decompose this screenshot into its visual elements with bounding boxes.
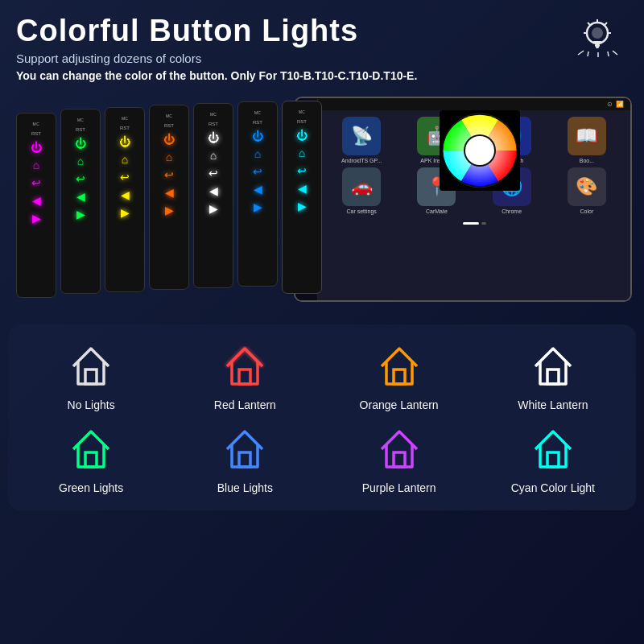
svg-line-4 [588, 23, 590, 25]
svg-point-8 [592, 27, 603, 39]
app-book-icon: 📖 [568, 117, 606, 155]
device-label: MC [33, 122, 40, 126]
app-color[interactable]: 🎨 Color [551, 167, 622, 214]
svg-rect-22 [239, 369, 250, 384]
light-item-blue[interactable]: Blue Lights [174, 423, 316, 494]
light-item-cyan[interactable]: Cyan Color Light [482, 423, 624, 494]
home-icon: ⌂ [33, 159, 39, 171]
svg-line-13 [613, 51, 617, 55]
signal-icon: 📶 [616, 101, 624, 108]
app-chrome-label: Chrome [502, 208, 522, 214]
status-bar: ⊙ 📶 [318, 98, 630, 110]
lights-section: No Lights Red Lantern Orang [8, 324, 636, 510]
white-house-icon [527, 341, 579, 392]
app-car-settings[interactable]: 🚗 Car settings [326, 167, 397, 214]
right-icon: ▶ [32, 212, 41, 225]
red-label: Red Lantern [214, 398, 276, 411]
no-lights-house-icon [65, 341, 117, 392]
green-label: Green Lights [59, 481, 123, 494]
device-panel-4: MC RST ⏻ ⌂ ↩ ◀ ▶ [149, 105, 189, 290]
header-note: You can change the color of the button. … [16, 69, 628, 82]
back-icon: ↩ [31, 176, 41, 189]
svg-rect-25 [85, 452, 97, 467]
app-color-icon: 🎨 [568, 167, 606, 206]
app-androidts[interactable]: 📡 AndroidTS GP... [326, 117, 397, 163]
svg-rect-28 [547, 452, 559, 467]
no-lights-label: No Lights [68, 398, 115, 411]
device-panel-5: MC RST ⏻ ⌂ ↩ ◀ ▶ [193, 103, 233, 288]
light-item-purple[interactable]: Purple Lantern [328, 423, 470, 494]
device-panel-2: MC RST ⏻ ⌂ ↩ ◀ ▶ [60, 109, 101, 294]
header-subtitle: Support adjusting dozens of colors [16, 52, 628, 65]
page-dot [481, 222, 486, 225]
app-car-label: Car settings [346, 208, 376, 214]
svg-rect-7 [596, 47, 599, 48]
orange-label: Orange Lantern [360, 398, 439, 411]
app-book[interactable]: 📖 Boo... [551, 117, 622, 163]
app-color-label: Color [580, 208, 594, 214]
blue-label: Blue Lights [217, 481, 273, 494]
device-panel-1: MC RST ⏻ ⌂ ↩ ◀ ▶ [16, 113, 56, 298]
red-house-icon [219, 341, 270, 392]
light-item-green[interactable]: Green Lights [20, 423, 162, 494]
purple-label: Purple Lantern [362, 481, 436, 494]
svg-line-12 [608, 52, 609, 56]
page-indicators [318, 221, 630, 226]
svg-rect-21 [85, 369, 97, 384]
svg-point-20 [465, 136, 494, 165]
purple-house-icon [374, 423, 425, 475]
white-label: White Lantern [518, 398, 588, 411]
light-item-orange[interactable]: Orange Lantern [328, 341, 470, 411]
light-item-white[interactable]: White Lantern [482, 341, 624, 411]
svg-line-5 [605, 23, 607, 25]
page: Colorful Button Lights Support adjusting… [0, 0, 644, 644]
cyan-label: Cyan Color Light [511, 481, 595, 494]
color-wheel-svg [441, 112, 518, 189]
location-icon: ⊙ [607, 101, 613, 108]
app-carmate-label: CarMate [426, 208, 448, 214]
svg-rect-26 [239, 452, 250, 467]
page-dot-active [463, 222, 479, 225]
svg-rect-27 [394, 452, 405, 467]
app-androidts-icon: 📡 [342, 117, 381, 155]
svg-rect-23 [394, 369, 405, 384]
header: Colorful Button Lights Support adjusting… [0, 0, 644, 89]
app-book-label: Boo... [580, 158, 594, 163]
lights-grid: No Lights Red Lantern Orang [20, 341, 624, 494]
device-label: RST [31, 131, 41, 136]
main-screen: ◁ ○ □ ⋮ ⊙ 📶 📡 And [294, 97, 632, 302]
device-panel-7: MC RST ⏻ ⌂ ↩ ◀ ▶ [282, 101, 322, 294]
svg-rect-24 [547, 369, 559, 384]
cyan-house-icon [527, 423, 579, 475]
device-area: MC RST ⏻ ⌂ ↩ ◀ ▶ MC RST ⏻ ⌂ ↩ ◀ ▶ [8, 93, 636, 318]
device-panel-6: MC RST ⏻ ⌂ ↩ ◀ ▶ [237, 101, 278, 287]
app-apk[interactable]: 🤖 APK Install... [401, 117, 472, 163]
screen-content: ⊙ 📶 📡 AndroidTS GP... 🤖 APK Install... [318, 98, 630, 300]
light-item-red[interactable]: Red Lantern [174, 341, 316, 411]
blue-house-icon [219, 423, 270, 475]
app-grid: 📡 AndroidTS GP... 🤖 APK Install... [318, 110, 630, 221]
svg-line-10 [588, 52, 588, 56]
device-panel-3: MC RST ⏻ ⌂ ↩ ◀ ▶ [105, 107, 145, 292]
svg-line-9 [578, 51, 584, 55]
svg-rect-6 [595, 44, 600, 47]
color-wheel-popup[interactable] [440, 110, 520, 191]
green-house-icon [65, 423, 117, 475]
light-item-no-lights[interactable]: No Lights [20, 341, 162, 411]
power-icon: ⏻ [31, 141, 42, 154]
left-icon: ◀ [32, 194, 41, 207]
app-androidts-label: AndroidTS GP... [341, 158, 382, 163]
app-car-icon: 🚗 [342, 167, 381, 206]
page-title: Colorful Button Lights [16, 14, 628, 48]
bulb-icon [576, 16, 620, 68]
orange-house-icon [374, 341, 425, 392]
